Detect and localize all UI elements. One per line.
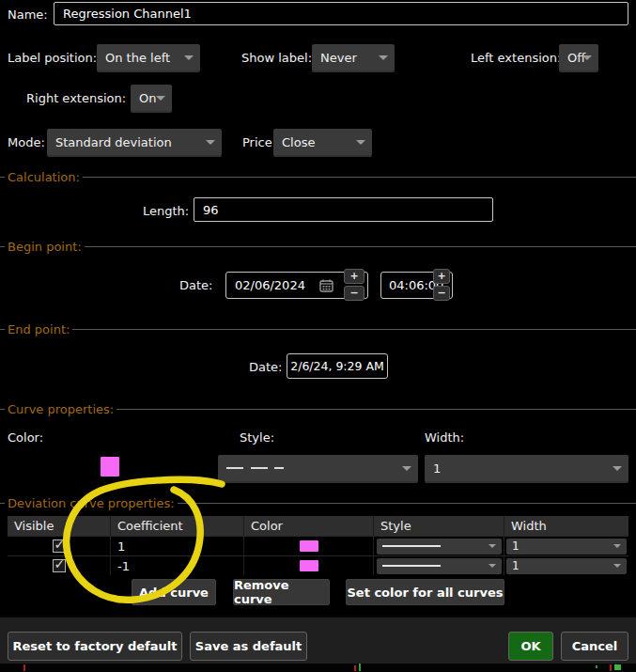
col-visible: Visible [8,516,111,536]
date-decrement-button[interactable]: − [344,286,365,301]
right-extension-value: On [139,91,156,105]
check-icon: ✓ [54,537,66,552]
section-calculation-title: Calculation: [5,170,83,184]
section-calculation: Calculation: [0,169,636,185]
curve-style-select[interactable] [218,455,418,481]
row-width-select[interactable]: 1 [506,558,627,574]
set-color-all-curves-button[interactable]: Set color for all curves [346,579,504,605]
add-curve-button[interactable]: Add curve [132,579,216,605]
solid-line-style-preview [382,565,441,567]
save-as-default-button[interactable]: Save as default [190,632,307,661]
right-extension-select[interactable]: On [131,85,172,111]
col-style: Style [374,516,504,536]
check-icon: ✓ [54,556,66,571]
length-label: Length: [143,204,188,218]
table-row: ✓ -1 1 [8,555,628,575]
row-style-select[interactable] [377,539,502,555]
price-select[interactable]: Close [273,129,372,155]
name-input[interactable] [54,2,628,25]
length-input[interactable] [194,197,493,222]
chevron-down-icon [613,564,621,568]
col-coefficient: Coefficient [111,516,244,536]
begin-date-label: Date: [179,278,212,292]
chevron-down-icon [356,140,365,145]
begin-date-spinner: + − [344,269,365,301]
name-label: Name: [8,8,48,22]
curve-width-value: 1 [433,461,441,476]
section-begin-point-title: Begin point: [5,240,85,254]
mode-value: Standard deviation [55,135,172,149]
section-end-point-title: End point: [5,322,72,336]
row-style-select[interactable] [377,558,502,574]
section-deviation-title: Deviation curve properties: [5,496,178,510]
calendar-icon[interactable] [319,279,334,292]
show-label-value: Never [320,51,357,65]
row-color-swatch[interactable] [300,540,318,552]
left-extension-label: Left extension: [471,51,561,65]
chart-tick [610,664,612,671]
end-date-field[interactable]: 2/6/24, 9:29 AM [287,353,388,379]
curve-color-swatch[interactable] [101,457,119,477]
col-width: Width [504,516,628,536]
curve-color-label: Color: [8,430,43,445]
table-row: ✓ 1 1 [8,536,628,555]
row-width-value: 1 [512,559,520,572]
chevron-down-icon [156,96,165,101]
curve-width-label: Width: [425,430,464,445]
time-increment-button[interactable]: + [433,269,450,284]
begin-date-field[interactable]: 02/06/2024 + − [225,272,368,299]
label-position-select[interactable]: On the left [97,44,200,70]
visible-checkbox[interactable]: ✓ [53,539,66,553]
section-end-point: End point: [0,321,636,337]
curve-style-label: Style: [240,430,274,445]
row-width-value: 1 [512,539,520,553]
cancel-button[interactable]: Cancel [561,632,628,661]
row-width-select[interactable]: 1 [506,539,627,555]
chart-tick [359,664,361,671]
section-begin-point: Begin point: [0,239,636,255]
reset-to-factory-default-button[interactable]: Reset to factory default [8,632,182,661]
begin-time-spinner: + − [433,269,450,301]
date-increment-button[interactable]: + [344,269,365,284]
chevron-down-icon [379,55,388,60]
end-date-value: 2/6/24, 9:29 AM [290,359,384,373]
section-deviation-curve-properties: Deviation curve properties: [0,495,636,511]
coefficient-value[interactable]: 1 [117,539,125,554]
coefficient-value[interactable]: -1 [117,559,130,573]
chart-tick [23,664,25,671]
show-label-select[interactable]: Never [312,44,395,70]
visible-checkbox[interactable]: ✓ [53,559,66,572]
label-position-label: Label position: [8,51,97,65]
deviation-curves-table: Visible Coefficient Color Style Width ✓ … [8,516,628,575]
chart-tick [614,664,621,670]
section-curve-properties-title: Curve properties: [5,402,116,416]
ok-button[interactable]: OK [508,632,553,661]
regression-channel-settings-dialog: Name: Label position: On the left Show l… [0,0,636,672]
chevron-down-icon [489,544,496,548]
remove-curve-button[interactable]: Remove curve [233,579,330,605]
chevron-down-icon [206,140,215,145]
label-position-value: On the left [105,51,170,65]
begin-time-field[interactable]: 04:06:00 + − [380,272,453,299]
section-curve-properties: Curve properties: [0,401,636,417]
chevron-down-icon [613,466,622,471]
chevron-down-icon [402,466,411,471]
curve-width-select[interactable]: 1 [425,455,628,481]
dialog-footer: Reset to factory default Save as default… [0,616,636,664]
left-extension-select[interactable]: Off [559,44,598,70]
chart-tick [354,665,356,671]
table-header-row: Visible Coefficient Color Style Width [8,516,628,536]
background-chart-strip [0,664,636,672]
mode-label: Mode: [8,135,45,149]
right-extension-label: Right extension: [26,91,126,105]
price-value: Close [282,135,315,149]
row-color-swatch[interactable] [300,560,318,571]
chart-tick [596,665,597,668]
solid-line-style-preview [382,545,441,547]
end-date-label: Date: [249,360,282,374]
mode-select[interactable]: Standard deviation [47,129,222,155]
time-decrement-button[interactable]: − [433,286,450,301]
chevron-down-icon [582,55,592,60]
chevron-down-icon [489,564,496,568]
show-label-label: Show label: [241,51,312,65]
